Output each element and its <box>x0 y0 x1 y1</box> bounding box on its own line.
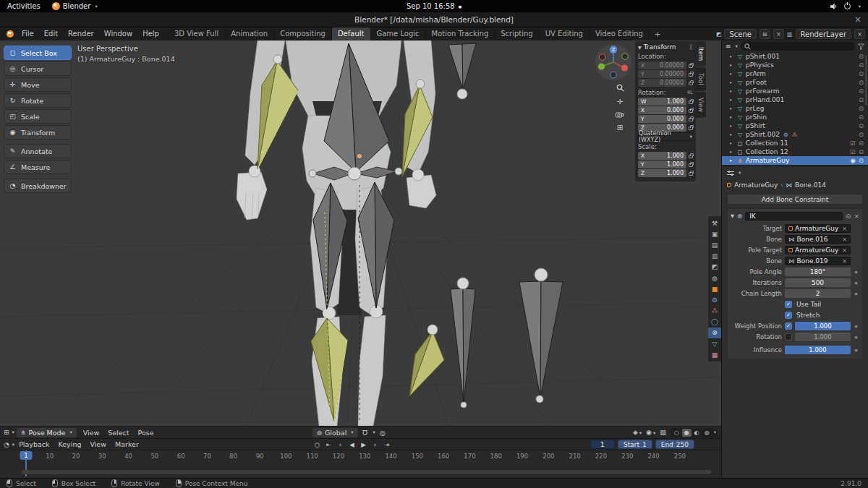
shading-solid-icon[interactable]: ● <box>682 429 692 437</box>
delete-constraint-icon[interactable]: × <box>854 213 859 220</box>
proportional-edit-icon[interactable]: ◎ <box>380 429 386 437</box>
expand-icon[interactable]: ▸ <box>730 149 734 155</box>
tool-annotate[interactable]: ✎Annotate <box>4 144 72 158</box>
app-menu[interactable]: Blender ▾ <box>52 2 98 10</box>
3d-viewport[interactable]: ◻Select Box◎Cursor✛Move↻Rotate◰Scale◉Tra… <box>0 40 721 426</box>
outliner-item-prhand-001[interactable]: ▸▽prHand.001⊙ <box>722 95 868 104</box>
viewport-menu-view[interactable]: View <box>79 429 104 437</box>
overlays-toggle-icon[interactable]: ◉▾ <box>646 429 655 436</box>
drag-grip-icon[interactable]: ⣿ <box>689 44 693 50</box>
visibility-eye-icon[interactable]: ⊙ <box>859 105 864 112</box>
lock-icon[interactable] <box>689 155 693 158</box>
outliner-item-pshirt[interactable]: ▸▽pShirt⊙ <box>722 121 868 130</box>
timeline-menu-marker[interactable]: Marker <box>111 440 143 448</box>
clear-icon[interactable]: × <box>842 247 847 254</box>
timeline-ruler[interactable]: 1020304050607080901001101201301401501601… <box>0 450 721 476</box>
properties-tab-material[interactable]: ▦ <box>708 349 721 360</box>
pan-icon[interactable]: ✛ <box>617 98 623 106</box>
animate-dot[interactable]: ● <box>854 335 859 339</box>
current-frame-field[interactable]: 1 <box>590 440 615 449</box>
editor-type-icon[interactable]: ⊞ <box>4 429 9 436</box>
rotation-lock-badge[interactable]: 4L <box>687 90 693 95</box>
outliner-item-armatureguy[interactable]: ▸⋔ArmatureGuy◉⊙ <box>722 156 868 165</box>
tool-cursor[interactable]: ◎Cursor <box>4 61 72 76</box>
unlink-scene-button[interactable]: × <box>773 29 784 39</box>
mode-selector[interactable]: ⋔ Pose Mode ▾ <box>17 428 77 437</box>
shading-rendered-icon[interactable]: ◍ <box>702 429 712 437</box>
properties-tab-world[interactable]: ◍ <box>708 273 721 283</box>
axis-x-icon[interactable] <box>621 64 628 71</box>
outliner-scrollbar[interactable] <box>865 55 867 106</box>
stretch-checkbox[interactable]: ✓ <box>785 312 792 319</box>
properties-tab-particles[interactable]: ⁂ <box>708 306 721 317</box>
filter-icon[interactable] <box>858 43 864 50</box>
properties-tab-object[interactable]: ■ <box>708 283 721 294</box>
target-field[interactable]: ArmatureGuy× <box>785 224 851 233</box>
expand-icon[interactable]: ▸ <box>730 132 734 137</box>
add-bone-constraint-button[interactable]: Add Bone Constraint <box>727 194 863 205</box>
breadcrumb-object[interactable]: ArmatureGuy <box>734 181 778 189</box>
autokey-toggle-icon[interactable]: ○ <box>312 440 322 449</box>
animate-dot[interactable]: ● <box>854 281 859 285</box>
expand-icon[interactable]: ▸ <box>730 88 734 94</box>
xray-toggle-icon[interactable]: ▨ <box>660 429 666 436</box>
clear-icon[interactable]: × <box>842 225 847 232</box>
breadcrumb-bone[interactable]: Bone.014 <box>795 181 826 189</box>
shading-material-icon[interactable]: ◐ <box>692 429 702 437</box>
outliner-item-collection-12[interactable]: ▸◻Collection 12☑⊙ <box>722 147 868 156</box>
expand-icon[interactable]: ▸ <box>730 114 734 120</box>
outliner-item-prfoot[interactable]: ▸▽prFoot⊙ <box>722 78 868 87</box>
visibility-eye-icon[interactable]: ⊙ <box>859 87 864 95</box>
menu-edit[interactable]: Edit <box>39 27 63 40</box>
frame-start-field[interactable]: Start 1 <box>618 440 652 449</box>
toggle-perspective-icon[interactable]: ⊞ <box>617 124 623 132</box>
properties-editor-icon[interactable] <box>726 170 735 176</box>
zoom-icon[interactable] <box>616 84 624 92</box>
weight-position-checkbox[interactable]: ✓ <box>785 322 792 330</box>
clock-editor-icon[interactable]: ◔ <box>4 441 9 448</box>
lock-icon[interactable] <box>689 64 693 68</box>
outliner-item-prleg[interactable]: ▸▽prLeg⊙ <box>722 104 868 113</box>
jump-to-start-button[interactable]: ⇤ <box>324 440 333 449</box>
workspace-tab-3d-view-full[interactable]: 3D View Full <box>169 27 225 40</box>
expand-icon[interactable]: ▸ <box>730 53 734 59</box>
3d-scene[interactable] <box>0 40 721 426</box>
properties-tab-render[interactable]: ▣ <box>708 228 721 239</box>
tool-rotate[interactable]: ↻Rotate <box>4 93 72 108</box>
clear-icon[interactable]: × <box>842 236 847 243</box>
lock-icon[interactable] <box>689 82 693 85</box>
lock-icon[interactable] <box>689 73 693 77</box>
shading-wireframe-icon[interactable]: ○ <box>672 429 681 437</box>
transform-field-w[interactable]: W1.000 <box>638 98 686 106</box>
tool-measure[interactable]: ∠Measure <box>4 160 72 174</box>
bone-field[interactable]: ⋈Bone.016× <box>785 235 851 244</box>
viewport-menu-pose[interactable]: Pose <box>134 429 158 437</box>
clock[interactable]: Sep 10 16:58 ● <box>407 0 461 12</box>
properties-tab-modifiers[interactable]: ⚙ <box>708 294 721 305</box>
workspace-tab-uv-editing[interactable]: UV Editing <box>540 27 590 40</box>
expand-icon[interactable]: ▸ <box>730 80 734 85</box>
tool-move[interactable]: ✛Move <box>4 77 72 92</box>
animate-dot[interactable]: ● <box>854 324 859 328</box>
expand-icon[interactable]: ▸ <box>730 106 734 111</box>
outliner-display-mode-icon[interactable]: ≡ <box>726 43 731 50</box>
sidebar-tab-tool[interactable]: Tool <box>696 67 706 91</box>
lock-icon[interactable] <box>689 100 693 104</box>
expand-icon[interactable]: ▸ <box>730 123 734 129</box>
gizmos-toggle-icon[interactable]: ◈▾ <box>633 429 642 436</box>
properties-tab-physics[interactable]: ◯ <box>708 317 721 328</box>
animate-dot[interactable]: ● <box>854 348 859 352</box>
timeline-menu-keying[interactable]: Keying <box>54 440 86 448</box>
clear-icon[interactable]: × <box>842 257 847 265</box>
outliner-item-pphysics[interactable]: ▸▽pPhysics⊙ <box>722 61 868 69</box>
visibility-eye-icon[interactable]: ⊙ <box>859 61 864 69</box>
visibility-eye-icon[interactable]: ⊙ <box>859 70 864 77</box>
menu-help[interactable]: Help <box>137 27 164 40</box>
animate-dot[interactable]: ● <box>854 291 859 296</box>
rotation-mode-dropdown[interactable]: Quaternion (WXYZ) ▾ <box>638 132 693 141</box>
visibility-eye-icon[interactable]: ⊙ <box>859 114 864 121</box>
collapse-icon[interactable]: ▼ <box>731 213 734 219</box>
rotation-slider[interactable]: 1.000 <box>795 333 851 341</box>
visibility-eye-icon[interactable]: ⊙ <box>859 122 864 129</box>
lock-icon[interactable] <box>689 118 693 121</box>
